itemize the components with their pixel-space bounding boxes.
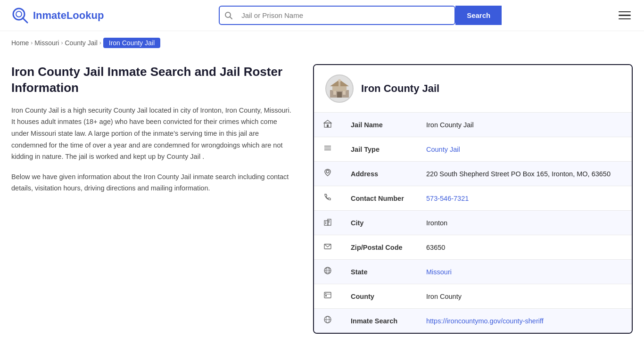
breadcrumb-home[interactable]: Home xyxy=(11,39,29,47)
info-card: Iron County Jail Jail NameIron County Ja… xyxy=(313,64,633,334)
svg-rect-15 xyxy=(327,124,329,127)
field-value[interactable]: Missouri xyxy=(417,260,632,284)
page-title: Iron County Jail Inmate Search and Jail … xyxy=(11,64,294,96)
field-label: Inmate Search xyxy=(341,309,417,333)
field-link[interactable]: https://ironcountymo.gov/county-sheriff xyxy=(426,317,544,325)
description-paragraph-2: Below we have given information about th… xyxy=(11,171,294,194)
left-column: Iron County Jail Inmate Search and Jail … xyxy=(11,64,313,203)
field-label: State xyxy=(341,260,417,284)
svg-rect-35 xyxy=(325,293,326,294)
field-link[interactable]: Missouri xyxy=(426,268,452,276)
breadcrumb-active: Iron County Jail xyxy=(103,38,160,48)
field-label: Zip/Postal Code xyxy=(341,235,417,260)
city-icon xyxy=(314,211,341,235)
field-link[interactable]: 573-546-7321 xyxy=(426,195,469,202)
field-value: Iron County xyxy=(417,284,632,309)
svg-rect-8 xyxy=(337,92,342,98)
card-title: Iron County Jail xyxy=(361,82,439,95)
description-paragraph-1: Iron County Jail is a high security Coun… xyxy=(11,105,294,163)
list-icon xyxy=(314,137,341,162)
svg-rect-6 xyxy=(332,86,347,91)
svg-rect-9 xyxy=(333,91,336,95)
table-row: Address220 South Shepherd Street PO Box … xyxy=(314,162,632,186)
svg-point-19 xyxy=(326,170,329,173)
search-area: Search xyxy=(219,6,502,25)
breadcrumb-missouri[interactable]: Missouri xyxy=(34,39,59,47)
hamburger-menu[interactable] xyxy=(617,9,633,22)
web-icon xyxy=(314,309,341,333)
search-icon xyxy=(220,11,238,20)
search-button[interactable]: Search xyxy=(455,6,502,25)
table-row: Jail NameIron County Jail xyxy=(314,113,632,137)
field-label: Jail Name xyxy=(341,113,417,137)
field-label: County xyxy=(341,284,417,309)
svg-rect-23 xyxy=(325,223,326,224)
right-column: Iron County Jail Jail NameIron County Ja… xyxy=(313,64,633,334)
svg-rect-25 xyxy=(329,222,330,222)
search-input[interactable] xyxy=(238,7,454,24)
table-row: Contact Number573-546-7321 xyxy=(314,186,632,211)
county-icon xyxy=(314,284,341,309)
field-label: Jail Type xyxy=(341,137,417,162)
jail-avatar xyxy=(325,74,354,103)
logo-icon xyxy=(11,7,29,25)
table-row: StateMissouri xyxy=(314,260,632,284)
logo-link[interactable]: InmateLookup xyxy=(11,7,104,25)
svg-rect-34 xyxy=(325,295,327,296)
chevron-icon: › xyxy=(61,40,63,46)
field-value[interactable]: County Jail xyxy=(417,137,632,162)
chevron-icon: › xyxy=(99,40,101,46)
svg-marker-14 xyxy=(324,120,331,123)
field-value: 220 South Shepherd Street PO Box 165, Ir… xyxy=(417,162,632,186)
field-value: Ironton xyxy=(417,211,632,235)
field-value[interactable]: https://ironcountymo.gov/county-sheriff xyxy=(417,309,632,333)
field-value: Iron County Jail xyxy=(417,113,632,137)
table-row: CityIronton xyxy=(314,211,632,235)
globe-icon xyxy=(314,260,341,284)
chevron-icon: › xyxy=(31,40,33,46)
table-row: Jail TypeCounty Jail xyxy=(314,137,632,162)
info-table: Jail NameIron County JailJail TypeCounty… xyxy=(314,113,632,333)
site-header: InmateLookup Search xyxy=(0,0,644,31)
mail-icon xyxy=(314,235,341,260)
field-value[interactable]: 573-546-7321 xyxy=(417,186,632,211)
location-icon xyxy=(314,162,341,186)
building-icon xyxy=(314,113,341,137)
search-wrapper xyxy=(219,6,455,25)
table-row: CountyIron County xyxy=(314,284,632,309)
main-content: Iron County Jail Inmate Search and Jail … xyxy=(0,55,644,353)
phone-icon xyxy=(314,186,341,211)
field-link[interactable]: County Jail xyxy=(426,146,460,153)
svg-rect-24 xyxy=(329,220,330,221)
table-row: Zip/Postal Code63650 xyxy=(314,235,632,260)
logo-text: InmateLookup xyxy=(33,9,104,22)
svg-line-1 xyxy=(23,18,27,23)
svg-point-12 xyxy=(338,79,341,82)
field-value: 63650 xyxy=(417,235,632,260)
field-label: City xyxy=(341,211,417,235)
table-row: Inmate Searchhttps://ironcountymo.gov/co… xyxy=(314,309,632,333)
card-header: Iron County Jail xyxy=(314,65,632,113)
svg-rect-22 xyxy=(325,222,326,222)
svg-line-4 xyxy=(230,16,232,19)
field-label: Contact Number xyxy=(341,186,417,211)
breadcrumb-county-jail[interactable]: County Jail xyxy=(65,39,97,47)
svg-point-2 xyxy=(16,11,22,17)
breadcrumb: Home › Missouri › County Jail › Iron Cou… xyxy=(0,31,644,55)
svg-rect-11 xyxy=(339,82,340,86)
svg-rect-10 xyxy=(343,91,346,95)
field-label: Address xyxy=(341,162,417,186)
